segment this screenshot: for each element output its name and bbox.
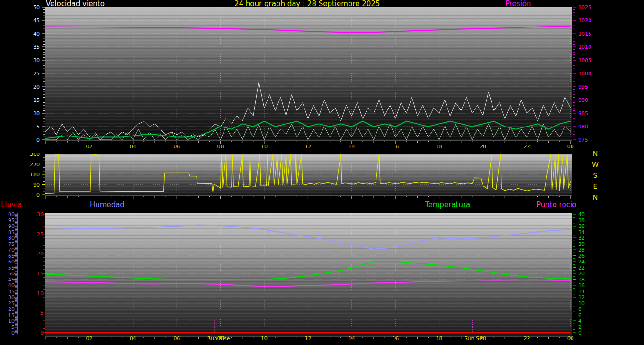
svg-text:980: 980 (578, 124, 588, 130)
svg-text:985: 985 (578, 110, 588, 117)
svg-text:14: 14 (349, 336, 355, 342)
svg-text:360: 360 (30, 153, 40, 157)
svg-text:1005: 1005 (578, 57, 591, 64)
svg-text:26: 26 (578, 253, 585, 259)
svg-text:10: 10 (8, 318, 15, 324)
svg-text:02: 02 (86, 144, 92, 150)
svg-text:0: 0 (36, 192, 40, 198)
compass-label-n-bottom: N (591, 193, 599, 201)
svg-text:1000: 1000 (578, 71, 591, 77)
svg-text:50: 50 (33, 4, 40, 10)
svg-text:06: 06 (173, 144, 180, 150)
svg-text:20: 20 (578, 271, 585, 277)
wind-direction-chart: 090180270360 (0, 153, 644, 200)
humidity-temperature-rain-chart: 0510152025303540455055606570758085909500… (0, 200, 644, 345)
svg-text:1020: 1020 (578, 18, 591, 24)
svg-text:24: 24 (578, 259, 585, 265)
svg-text:75: 75 (8, 241, 15, 247)
svg-text:25: 25 (37, 231, 44, 237)
svg-text:35: 35 (33, 44, 40, 50)
svg-text:40: 40 (578, 211, 585, 218)
svg-text:50: 50 (8, 271, 15, 277)
svg-text:15: 15 (8, 312, 15, 318)
svg-text:00: 00 (567, 336, 574, 342)
rain-title: Lluvia (1, 201, 22, 209)
svg-text:10: 10 (37, 291, 44, 297)
svg-text:40: 40 (8, 282, 15, 289)
svg-text:5: 5 (11, 324, 15, 330)
svg-text:990: 990 (578, 97, 588, 103)
svg-text:90: 90 (33, 182, 40, 188)
svg-text:04: 04 (130, 144, 136, 150)
svg-text:25: 25 (33, 71, 40, 77)
svg-text:10: 10 (578, 300, 585, 307)
pressure-title: Presión (505, 0, 531, 8)
svg-text:45: 45 (33, 18, 40, 24)
svg-text:10: 10 (33, 110, 40, 117)
svg-text:6: 6 (578, 312, 581, 318)
svg-text:45: 45 (8, 277, 15, 283)
svg-text:90: 90 (8, 223, 15, 229)
svg-text:Sun Rise: Sun Rise (207, 336, 230, 342)
compass-label-s: S (591, 172, 599, 179)
svg-text:35: 35 (8, 289, 15, 295)
svg-text:28: 28 (578, 247, 585, 253)
svg-text:08: 08 (217, 144, 224, 150)
svg-text:15: 15 (33, 97, 40, 103)
svg-text:95: 95 (8, 218, 15, 224)
svg-text:20: 20 (37, 251, 44, 257)
svg-text:0: 0 (11, 330, 15, 336)
svg-text:60: 60 (8, 259, 15, 265)
svg-text:22: 22 (523, 336, 530, 342)
svg-text:06: 06 (173, 336, 180, 342)
svg-text:1010: 1010 (578, 44, 591, 50)
svg-text:18: 18 (436, 144, 443, 150)
svg-text:65: 65 (8, 253, 15, 259)
svg-text:0: 0 (36, 137, 40, 143)
humidity-title: Humedad (90, 201, 125, 209)
svg-text:22: 22 (578, 265, 585, 271)
svg-text:15: 15 (37, 271, 44, 277)
svg-text:55: 55 (8, 265, 15, 271)
svg-text:16: 16 (392, 336, 399, 342)
svg-text:975: 975 (578, 137, 588, 143)
compass-label-w: W (591, 161, 599, 168)
svg-text:34: 34 (578, 229, 585, 236)
svg-text:20: 20 (8, 306, 15, 312)
svg-text:1015: 1015 (578, 31, 591, 37)
svg-text:38: 38 (578, 218, 585, 224)
svg-text:80: 80 (8, 235, 15, 241)
svg-text:10: 10 (261, 144, 268, 150)
svg-text:0: 0 (40, 330, 44, 336)
svg-text:4: 4 (578, 318, 581, 324)
svg-text:40: 40 (33, 31, 40, 37)
svg-text:22: 22 (523, 144, 530, 150)
svg-text:04: 04 (130, 336, 136, 342)
svg-text:16: 16 (392, 144, 399, 150)
svg-text:5: 5 (40, 310, 44, 316)
svg-text:270: 270 (30, 162, 40, 168)
compass-label-n-top: N (591, 150, 599, 157)
svg-text:5: 5 (36, 124, 40, 130)
svg-text:12: 12 (304, 144, 311, 150)
svg-text:180: 180 (30, 172, 40, 178)
svg-text:995: 995 (578, 84, 588, 90)
svg-text:1025: 1025 (578, 4, 591, 10)
svg-text:00: 00 (8, 211, 15, 218)
svg-text:20: 20 (480, 144, 486, 150)
compass-label-e: E (591, 182, 599, 190)
svg-text:30: 30 (33, 57, 40, 64)
svg-text:14: 14 (578, 289, 585, 295)
svg-text:12: 12 (578, 294, 585, 300)
page-title: 24 hour graph day : 28 Septiembre 2025 (234, 0, 380, 8)
dew-point-title: Punto rocío (537, 201, 576, 209)
svg-text:85: 85 (8, 229, 15, 236)
svg-text:32: 32 (578, 235, 585, 241)
svg-text:Sun Set: Sun Set (465, 336, 485, 342)
svg-text:10: 10 (261, 336, 268, 342)
svg-text:25: 25 (8, 300, 15, 307)
svg-text:14: 14 (349, 144, 355, 150)
svg-text:8: 8 (578, 306, 581, 312)
svg-text:70: 70 (8, 247, 15, 253)
temperature-title: Temperatura (425, 201, 470, 209)
